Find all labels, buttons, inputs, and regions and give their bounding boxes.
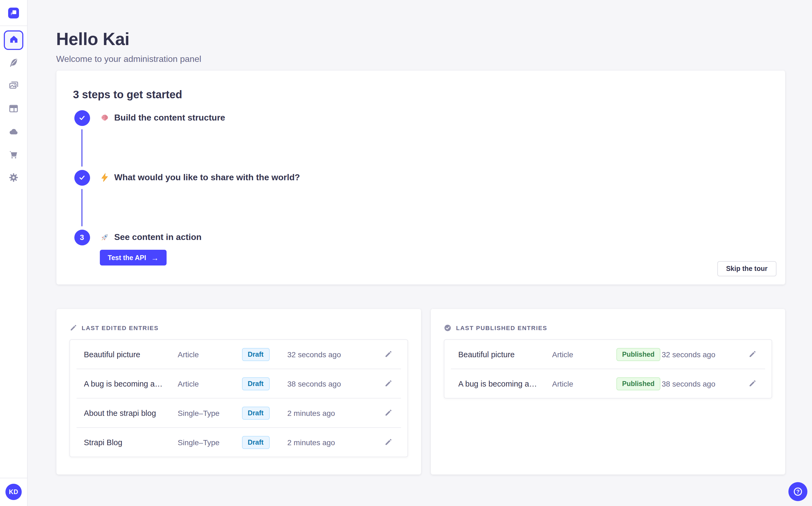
page-header: Hello Kai Welcome to your administration… xyxy=(56,29,201,64)
sidebar-item-cloud[interactable] xyxy=(4,123,23,142)
status-badge: Draft xyxy=(242,377,270,390)
status-badge: Draft xyxy=(242,348,270,361)
gear-icon xyxy=(9,173,18,185)
cart-icon xyxy=(9,150,18,162)
last-edited-header: LAST EDITED ENTRIES xyxy=(69,324,408,332)
sidebar-item-marketplace[interactable] xyxy=(4,146,23,165)
images-icon xyxy=(9,80,18,92)
entry-type: Article xyxy=(552,379,616,388)
pencil-icon xyxy=(748,350,756,358)
svg-text:?: ? xyxy=(796,488,799,494)
entry-type: Article xyxy=(178,379,242,388)
test-api-label: Test the API xyxy=(108,254,146,261)
entry-time: 2 minutes ago xyxy=(287,438,370,446)
edit-entry-button[interactable] xyxy=(747,349,757,359)
last-edited-panel: LAST EDITED ENTRIES Beautiful picture Ar… xyxy=(56,309,421,475)
last-published-title: LAST PUBLISHED ENTRIES xyxy=(456,325,547,331)
pencil-icon xyxy=(69,324,77,332)
entry-title: A bug is becoming a… xyxy=(84,379,178,388)
last-edited-title: LAST EDITED ENTRIES xyxy=(82,325,159,331)
entry-title: Beautiful picture xyxy=(84,350,178,359)
home-icon xyxy=(9,34,18,46)
sidebar-item-media-library[interactable] xyxy=(4,77,23,96)
step-1-text: Build the content structure xyxy=(114,113,225,123)
edit-entry-button[interactable] xyxy=(383,349,393,359)
entry-title: A bug is becoming a… xyxy=(458,379,552,388)
entry-type: Single–Type xyxy=(178,409,242,417)
status-badge: Draft xyxy=(242,406,270,419)
rocket-emoji xyxy=(100,232,109,242)
entry-time: 38 seconds ago xyxy=(287,379,370,388)
pencil-icon xyxy=(384,409,392,417)
entry-time: 2 minutes ago xyxy=(287,409,370,417)
sidebar-item-content-manager[interactable] xyxy=(4,54,23,73)
sidebar-item-home[interactable] xyxy=(4,30,23,50)
sidebar-item-content-type-builder[interactable] xyxy=(4,100,23,119)
entry-title: Strapi Blog xyxy=(84,438,178,446)
step-1-check-circle xyxy=(74,110,90,126)
check-circle-icon xyxy=(443,324,451,332)
onboarding-card: 3 steps to get started Build the content… xyxy=(56,71,785,284)
feather-icon xyxy=(9,57,18,69)
entry-title: About the strapi blog xyxy=(84,409,178,417)
step-connector-1 xyxy=(81,129,83,166)
entry-type: Article xyxy=(552,350,616,359)
last-published-table: Beautiful picture Article Published 32 s… xyxy=(443,339,772,399)
entry-time: 38 seconds ago xyxy=(662,379,745,388)
status-badge: Published xyxy=(616,377,661,390)
edit-entry-button[interactable] xyxy=(383,408,393,418)
sidebar-divider xyxy=(0,478,27,478)
step-3-number-circle: 3 xyxy=(74,229,90,245)
layout-icon xyxy=(9,103,18,115)
skip-tour-button[interactable]: Skip the tour xyxy=(717,261,776,276)
arrow-right-icon: → xyxy=(151,254,159,261)
entry-row: About the strapi blog Single–Type Draft … xyxy=(70,399,407,427)
app-window: KD Hello Kai Welcome to your administrat… xyxy=(0,0,812,506)
entry-title: Beautiful picture xyxy=(458,350,552,359)
step-2-text: What would you like to share with the wo… xyxy=(114,173,300,182)
entry-row: Beautiful picture Article Draft 32 secon… xyxy=(70,340,407,369)
entry-row: Beautiful picture Article Published 32 s… xyxy=(444,340,771,369)
step-1-label[interactable]: Build the content structure xyxy=(100,110,225,126)
logo-section xyxy=(0,0,27,26)
help-button[interactable]: ? xyxy=(788,482,807,501)
step-connector-2 xyxy=(81,189,83,226)
sidebar-item-settings[interactable] xyxy=(4,169,23,188)
step-2-label[interactable]: What would you like to share with the wo… xyxy=(100,170,300,185)
question-mark-icon: ? xyxy=(792,486,803,497)
pencil-icon xyxy=(748,380,756,388)
lightning-emoji xyxy=(100,173,109,182)
entry-type: Single–Type xyxy=(178,438,242,446)
last-published-header: LAST PUBLISHED ENTRIES xyxy=(443,324,772,332)
edit-entry-button[interactable] xyxy=(383,378,393,389)
status-badge: Draft xyxy=(242,436,270,449)
step-3-text: See content in action xyxy=(114,232,202,242)
page-title: Hello Kai xyxy=(56,29,201,50)
test-api-button[interactable]: Test the API → xyxy=(100,250,167,265)
entry-time: 32 seconds ago xyxy=(287,350,370,359)
step-2-check-circle xyxy=(74,170,90,185)
page-subtitle: Welcome to your administration panel xyxy=(56,54,201,64)
sidebar: KD xyxy=(0,0,28,506)
entry-row: A bug is becoming a… Article Published 3… xyxy=(444,369,771,398)
last-edited-table: Beautiful picture Article Draft 32 secon… xyxy=(69,339,408,457)
onboarding-title: 3 steps to get started xyxy=(73,88,182,101)
pencil-icon xyxy=(384,438,392,446)
entry-type: Article xyxy=(178,350,242,359)
brain-emoji xyxy=(100,113,109,123)
status-badge: Published xyxy=(616,348,661,361)
last-published-panel: LAST PUBLISHED ENTRIES Beautiful picture… xyxy=(430,309,785,475)
entry-row: A bug is becoming a… Article Draft 38 se… xyxy=(70,369,407,398)
step-3-number: 3 xyxy=(80,233,84,242)
step-3-label[interactable]: See content in action xyxy=(100,229,202,245)
edit-entry-button[interactable] xyxy=(383,437,393,447)
cloud-icon xyxy=(8,126,19,139)
strapi-logo[interactable] xyxy=(8,7,19,18)
edit-entry-button[interactable] xyxy=(747,378,757,389)
user-avatar[interactable]: KD xyxy=(5,484,22,500)
entry-time: 32 seconds ago xyxy=(662,350,745,359)
pencil-icon xyxy=(384,350,392,358)
pencil-icon xyxy=(384,380,392,388)
entry-row: Strapi Blog Single–Type Draft 2 minutes … xyxy=(70,428,407,456)
strapi-logo-mark-shadow xyxy=(11,12,14,15)
